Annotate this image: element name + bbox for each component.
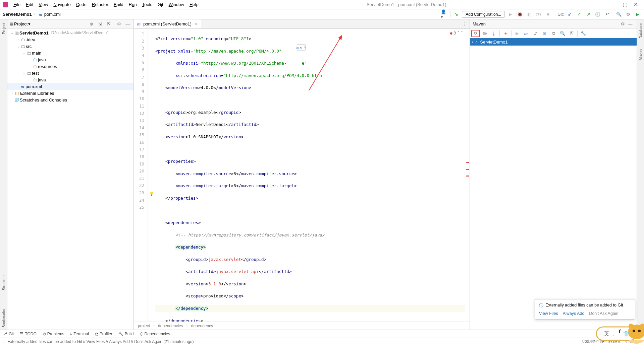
- hide-maven-icon[interactable]: —: [627, 20, 634, 28]
- rail-database[interactable]: Database: [639, 21, 643, 41]
- maven-find-icon[interactable]: 🔍: [558, 30, 567, 37]
- panel-settings-icon[interactable]: ⚙: [115, 20, 123, 28]
- tree-java-main[interactable]: 🗀 java: [7, 56, 133, 63]
- rail-bookmarks[interactable]: Bookmarks: [2, 307, 6, 330]
- tool-todo[interactable]: ☰ TODO: [20, 332, 36, 336]
- rail-structure[interactable]: Structure: [2, 273, 6, 292]
- menu-code[interactable]: Code: [73, 1, 89, 8]
- maven-panel-title: Maven: [473, 21, 619, 26]
- tree-ext-lib[interactable]: ›⫿⫿ External Libraries: [7, 90, 133, 96]
- tree-idea[interactable]: ›🗀 .idea: [7, 36, 133, 43]
- tool-dependencies[interactable]: ⬡ Dependencies: [140, 332, 170, 336]
- git-rollback-icon[interactable]: ↶: [603, 11, 611, 18]
- editor-breadcrumbs[interactable]: project› dependencies› dependency: [134, 322, 470, 330]
- git-notification: ⓘ Externally added files can be added to…: [535, 299, 635, 320]
- tool-problems[interactable]: ⊘ Problems: [43, 332, 64, 336]
- close-tab-icon[interactable]: ×: [195, 21, 198, 27]
- status-message[interactable]: Externally added files can be added to G…: [7, 339, 194, 344]
- git-push-icon[interactable]: ↗: [585, 11, 592, 18]
- tree-test[interactable]: ⌄🗀 test: [7, 70, 133, 76]
- user-icon[interactable]: 👤▾: [441, 11, 448, 18]
- maven-tree[interactable]: › ⛬ ServletDemo1: [470, 38, 637, 330]
- run-button[interactable]: ▶: [507, 11, 514, 18]
- run-anything-icon[interactable]: ▶: [634, 11, 641, 18]
- notif-dont-ask[interactable]: Don't Ask Again: [589, 311, 618, 316]
- menu-file[interactable]: File: [11, 1, 23, 8]
- menu-edit[interactable]: Edit: [23, 1, 36, 8]
- select-opened-file-icon[interactable]: ⊚: [88, 20, 95, 28]
- error-stripe[interactable]: [465, 29, 470, 322]
- breadcrumb-file[interactable]: pom.xml: [44, 12, 61, 17]
- minimize-button[interactable]: —: [612, 2, 616, 7]
- notif-view-files[interactable]: View Files: [539, 311, 558, 316]
- add-configuration-button[interactable]: Add Configuration...: [462, 11, 505, 18]
- menu-git[interactable]: Git: [155, 1, 166, 8]
- maven-toggle-offline-icon[interactable]: ⫽: [531, 30, 540, 37]
- git-commit-icon[interactable]: ✓: [575, 11, 583, 18]
- git-update-icon[interactable]: ↙: [566, 11, 573, 18]
- notif-always-add[interactable]: Always Add: [563, 311, 585, 316]
- close-window-button[interactable]: ✕: [633, 2, 638, 7]
- maven-reload-icon[interactable]: ⟳: [471, 30, 480, 37]
- maximize-button[interactable]: ▢: [623, 2, 627, 7]
- menu-run[interactable]: Run: [126, 1, 140, 8]
- tool-git[interactable]: ⎇ Git: [3, 332, 14, 336]
- editor-tab-pom[interactable]: m pom.xml (ServletDemo1) ×: [134, 19, 201, 28]
- indent-setting[interactable]: 4 spaces: [625, 339, 641, 344]
- inspection-widget[interactable]: ●3 ˄ ˅: [450, 31, 463, 36]
- tree-pom[interactable]: m pom.xml: [7, 83, 133, 90]
- maven-reload-hint-icon[interactable]: m↻ ×: [297, 44, 306, 50]
- coverage-button[interactable]: ◧: [526, 11, 533, 18]
- maven-generate-sources-icon[interactable]: 🗁: [480, 30, 489, 37]
- ide-settings-icon[interactable]: ⚙: [625, 11, 632, 18]
- tree-src[interactable]: ⌄🗀 src: [7, 43, 133, 50]
- profile-button[interactable]: ◔▾: [535, 11, 542, 18]
- code-content[interactable]: <?xml version="1.0" encoding="UTF-8"?> <…: [155, 29, 465, 322]
- menu-view[interactable]: View: [36, 1, 51, 8]
- maven-project-row[interactable]: › ⛬ ServletDemo1: [470, 38, 637, 46]
- breadcrumb-project[interactable]: ServletDemo1: [3, 12, 32, 17]
- search-everywhere-icon[interactable]: 🔍: [615, 11, 623, 18]
- maven-file-icon: m: [39, 12, 42, 17]
- maven-run-icon[interactable]: ▶: [513, 30, 522, 37]
- breadcrumb[interactable]: ServletDemo1 〉 m pom.xml: [3, 11, 61, 17]
- tree-scratches[interactable]: 🗐 Scratches and Consoles: [7, 96, 133, 103]
- project-tree[interactable]: ⌄▥ ServletDemo1D:\code\Java\bite\Servlet…: [7, 29, 133, 330]
- tree-resources[interactable]: 🗀 resources: [7, 63, 133, 70]
- tool-terminal[interactable]: ⌑ Terminal: [70, 332, 89, 336]
- menu-tools[interactable]: Tools: [140, 1, 155, 8]
- collapse-all-icon[interactable]: ⇱: [105, 20, 112, 28]
- tree-java-test[interactable]: 🗀 java: [7, 76, 133, 83]
- git-history-icon[interactable]: 🕘: [594, 11, 601, 18]
- build-hammer-icon[interactable]: ↘: [452, 11, 460, 18]
- stop-button[interactable]: ■: [544, 11, 552, 18]
- project-tool-window: ▤ Project ▾ ⊚ ⇲ ⇱ ⚙ — ⌄▥ ServletDemo1D:\…: [7, 19, 134, 330]
- menu-build[interactable]: Build: [111, 1, 126, 8]
- menu-navigate[interactable]: Navigate: [51, 1, 73, 8]
- rail-project[interactable]: Project: [2, 21, 6, 36]
- tree-root[interactable]: ⌄▥ ServletDemo1D:\code\Java\bite\Servlet…: [7, 29, 133, 36]
- code-editor[interactable]: 1234567891011121314151617181920212223242…: [134, 29, 470, 322]
- maven-skip-tests-icon[interactable]: ⊘: [540, 30, 549, 37]
- maven-show-deps-icon[interactable]: ⧉: [549, 30, 558, 37]
- tree-main[interactable]: ⌄🗀 main: [7, 50, 133, 56]
- menu-refactor[interactable]: Refactor: [89, 1, 111, 8]
- expand-all-icon[interactable]: ⇲: [96, 20, 104, 28]
- tool-build[interactable]: 🔨 Build: [118, 332, 134, 336]
- maven-execute-icon[interactable]: m: [522, 30, 531, 37]
- project-panel-title[interactable]: ▤ Project ▾: [9, 21, 88, 26]
- tab-list-icon[interactable]: ⋮: [460, 19, 470, 28]
- maven-download-icon[interactable]: ⭳: [489, 30, 498, 37]
- status-message-icon[interactable]: ☐: [3, 339, 6, 344]
- menu-help[interactable]: Help: [187, 1, 201, 8]
- menu-window[interactable]: Window: [166, 1, 187, 8]
- tool-profiler[interactable]: ◔ Profiler: [95, 332, 112, 336]
- hide-panel-icon[interactable]: —: [124, 20, 131, 28]
- rail-maven[interactable]: Maven: [639, 47, 643, 62]
- maven-settings-wrench-icon[interactable]: 🔧: [579, 30, 588, 37]
- debug-button[interactable]: 🐞: [516, 11, 524, 18]
- maven-add-icon[interactable]: ＋: [501, 30, 510, 37]
- fold-strip[interactable]: [148, 29, 155, 322]
- maven-collapse-icon[interactable]: ⇱: [567, 30, 576, 37]
- maven-settings-icon[interactable]: ⚙: [619, 20, 627, 28]
